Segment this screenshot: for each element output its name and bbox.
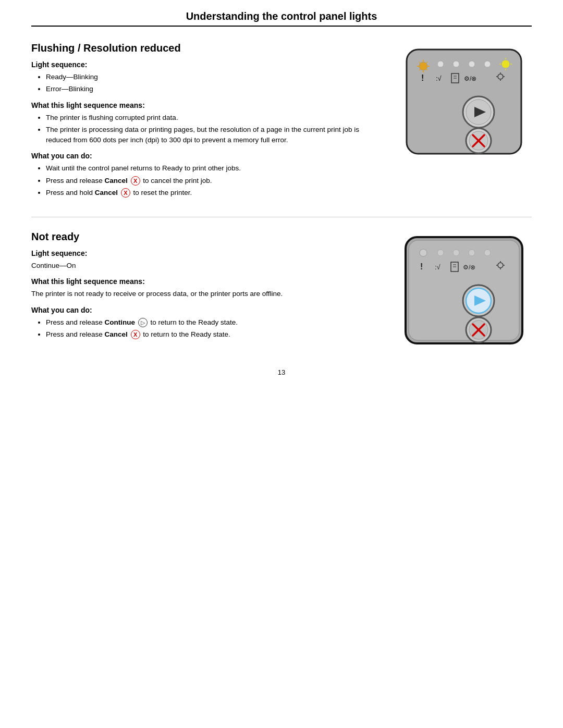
svg-point-43 <box>484 250 491 256</box>
panel-image-not-ready: ! :√ ⚙/⊗ <box>396 228 532 348</box>
svg-text:!: ! <box>421 73 424 82</box>
subsection-what-means-2-heading: What this light sequence means: <box>31 277 386 286</box>
what-means-2-text: The printer is not ready to receive or p… <box>31 289 386 299</box>
list-item: The printer is flushing corrupted print … <box>46 113 386 123</box>
what-do-2-list: Press and release Continue ▷ to return t… <box>31 317 386 340</box>
section-flushing-heading: Flushing / Resolution reduced <box>31 42 386 54</box>
svg-text::√: :√ <box>436 75 442 82</box>
svg-point-41 <box>453 250 459 256</box>
section-flushing-content: Flushing / Resolution reduced Light sequ… <box>31 39 396 201</box>
list-item: Press and release Continue ▷ to return t… <box>46 317 386 328</box>
svg-text:⚙/⊗: ⚙/⊗ <box>463 264 475 271</box>
section-not-ready-content: Not ready Light sequence: Continue—On Wh… <box>31 228 396 348</box>
svg-point-40 <box>437 250 444 256</box>
subsection-what-do-2-heading: What you can do: <box>31 306 386 314</box>
cancel-icon: X <box>131 176 140 186</box>
continue-icon: ▷ <box>138 318 148 327</box>
subsection-what-do-1-heading: What you can do: <box>31 152 386 160</box>
svg-text:!: ! <box>420 262 423 271</box>
list-item: Error—Blinking <box>46 84 386 94</box>
light-seq-2-text: Continue—On <box>31 261 386 271</box>
svg-point-42 <box>469 250 475 256</box>
svg-point-39 <box>420 249 427 256</box>
control-panel-flushing-svg: ! :√ ⚙/⊗ <box>401 44 527 159</box>
list-item: Press and release Cancel X to cancel the… <box>46 176 386 186</box>
what-do-1-list: Wait until the control panel returns to … <box>31 163 386 198</box>
section-divider <box>31 217 532 217</box>
cancel-icon: X <box>121 188 130 198</box>
list-item: Press and release Cancel X to return to … <box>46 329 386 340</box>
svg-point-14 <box>501 60 510 68</box>
subsection-light-seq-1-heading: Light sequence: <box>31 60 386 69</box>
page-header: Understanding the control panel lights <box>31 10 532 27</box>
list-item: Press and hold Cancel X to reset the pri… <box>46 188 386 198</box>
svg-point-11 <box>453 61 459 67</box>
svg-text::√: :√ <box>435 263 441 271</box>
light-seq-1-list: Ready—Blinking Error—Blinking <box>31 72 386 95</box>
list-item: Wait until the control panel returns to … <box>46 163 386 174</box>
panel-image-flushing: ! :√ ⚙/⊗ <box>396 39 532 201</box>
subsection-what-means-1-heading: What this light sequence means: <box>31 101 386 109</box>
list-item: Ready—Blinking <box>46 72 386 82</box>
section-not-ready: Not ready Light sequence: Continue—On Wh… <box>31 228 532 348</box>
list-item: The printer is processing data or printi… <box>46 125 386 146</box>
page-number: 13 <box>31 368 532 376</box>
page-container: Understanding the control panel lights F… <box>0 0 563 728</box>
control-panel-not-ready-svg: ! :√ ⚙/⊗ <box>401 233 527 348</box>
svg-point-13 <box>484 61 491 67</box>
svg-point-10 <box>437 61 444 67</box>
svg-point-12 <box>469 61 475 67</box>
page-title: Understanding the control panel lights <box>31 10 532 27</box>
section-not-ready-heading: Not ready <box>31 231 386 243</box>
cancel-icon: X <box>131 330 140 339</box>
what-means-1-list: The printer is flushing corrupted print … <box>31 113 386 146</box>
subsection-light-seq-2-heading: Light sequence: <box>31 249 386 257</box>
svg-text:⚙/⊗: ⚙/⊗ <box>464 75 476 82</box>
section-flushing: Flushing / Resolution reduced Light sequ… <box>31 39 532 201</box>
